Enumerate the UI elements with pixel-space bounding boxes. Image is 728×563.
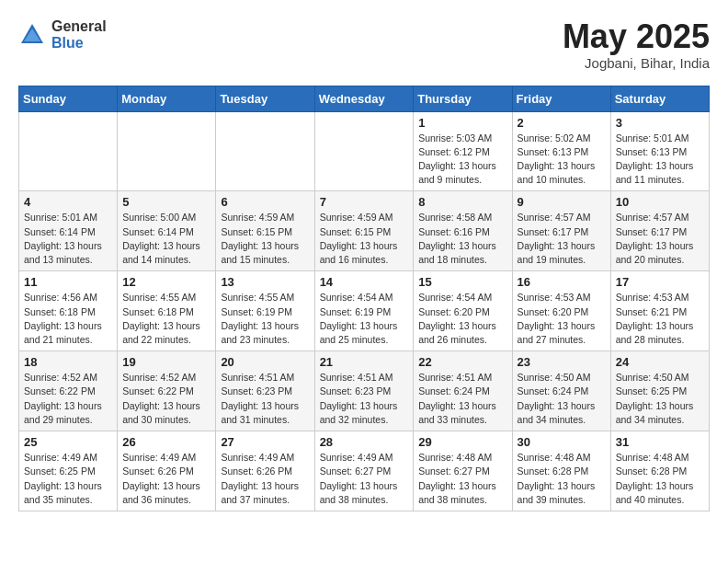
day-info: Sunrise: 4:56 AM Sunset: 6:18 PM Dayligh…: [24, 291, 112, 347]
weekday-header: Wednesday: [314, 86, 414, 111]
calendar-cell: 25Sunrise: 4:49 AM Sunset: 6:25 PM Dayli…: [19, 431, 118, 511]
calendar-cell: [118, 111, 216, 191]
day-number: 5: [122, 195, 210, 209]
day-info: Sunrise: 4:52 AM Sunset: 6:22 PM Dayligh…: [24, 371, 112, 427]
day-info: Sunrise: 5:00 AM Sunset: 6:14 PM Dayligh…: [122, 211, 210, 267]
day-number: 16: [518, 275, 606, 289]
day-info: Sunrise: 4:55 AM Sunset: 6:19 PM Dayligh…: [221, 291, 309, 347]
calendar-cell: 14Sunrise: 4:54 AM Sunset: 6:19 PM Dayli…: [314, 271, 414, 351]
calendar-table: SundayMondayTuesdayWednesdayThursdayFrid…: [18, 86, 710, 511]
day-info: Sunrise: 4:50 AM Sunset: 6:24 PM Dayligh…: [518, 371, 606, 427]
calendar-cell: 9Sunrise: 4:57 AM Sunset: 6:17 PM Daylig…: [512, 191, 610, 271]
day-number: 6: [221, 195, 309, 209]
day-number: 3: [616, 116, 704, 130]
day-info: Sunrise: 4:55 AM Sunset: 6:18 PM Dayligh…: [122, 291, 210, 347]
calendar-cell: 15Sunrise: 4:54 AM Sunset: 6:20 PM Dayli…: [414, 271, 512, 351]
calendar-week-row: 4Sunrise: 5:01 AM Sunset: 6:14 PM Daylig…: [19, 191, 710, 271]
calendar-cell: 20Sunrise: 4:51 AM Sunset: 6:23 PM Dayli…: [216, 351, 314, 431]
day-info: Sunrise: 4:52 AM Sunset: 6:22 PM Dayligh…: [122, 371, 210, 427]
calendar-week-row: 11Sunrise: 4:56 AM Sunset: 6:18 PM Dayli…: [19, 271, 710, 351]
calendar-cell: 10Sunrise: 4:57 AM Sunset: 6:17 PM Dayli…: [610, 191, 709, 271]
day-info: Sunrise: 4:53 AM Sunset: 6:20 PM Dayligh…: [518, 291, 606, 347]
calendar-cell: 31Sunrise: 4:48 AM Sunset: 6:28 PM Dayli…: [610, 431, 709, 511]
day-number: 28: [320, 435, 409, 449]
day-number: 20: [221, 355, 309, 369]
day-info: Sunrise: 4:48 AM Sunset: 6:28 PM Dayligh…: [518, 451, 606, 507]
calendar-cell: 29Sunrise: 4:48 AM Sunset: 6:27 PM Dayli…: [414, 431, 512, 511]
day-number: 25: [24, 435, 112, 449]
calendar-cell: 28Sunrise: 4:49 AM Sunset: 6:27 PM Dayli…: [314, 431, 414, 511]
day-number: 11: [24, 275, 112, 289]
calendar-cell: 24Sunrise: 4:50 AM Sunset: 6:25 PM Dayli…: [610, 351, 709, 431]
calendar-cell: 26Sunrise: 4:49 AM Sunset: 6:26 PM Dayli…: [118, 431, 216, 511]
weekday-header: Saturday: [610, 86, 709, 111]
day-info: Sunrise: 4:50 AM Sunset: 6:25 PM Dayligh…: [616, 371, 704, 427]
day-info: Sunrise: 4:51 AM Sunset: 6:23 PM Dayligh…: [320, 371, 409, 427]
day-info: Sunrise: 5:03 AM Sunset: 6:12 PM Dayligh…: [418, 132, 506, 188]
calendar-cell: [19, 111, 118, 191]
calendar-cell: 22Sunrise: 4:51 AM Sunset: 6:24 PM Dayli…: [414, 351, 512, 431]
day-info: Sunrise: 4:49 AM Sunset: 6:25 PM Dayligh…: [24, 451, 112, 507]
calendar-header: SundayMondayTuesdayWednesdayThursdayFrid…: [19, 86, 710, 111]
day-number: 23: [518, 355, 606, 369]
calendar-cell: 5Sunrise: 5:00 AM Sunset: 6:14 PM Daylig…: [118, 191, 216, 271]
day-number: 19: [122, 355, 210, 369]
day-info: Sunrise: 4:51 AM Sunset: 6:24 PM Dayligh…: [418, 371, 506, 427]
logo-text: General Blue: [51, 18, 107, 51]
day-info: Sunrise: 4:58 AM Sunset: 6:16 PM Dayligh…: [418, 211, 506, 267]
calendar-cell: 11Sunrise: 4:56 AM Sunset: 6:18 PM Dayli…: [19, 271, 118, 351]
day-number: 22: [418, 355, 506, 369]
page-header: General Blue May 2025 Jogbani, Bihar, In…: [18, 18, 710, 71]
calendar-cell: 8Sunrise: 4:58 AM Sunset: 6:16 PM Daylig…: [414, 191, 512, 271]
day-info: Sunrise: 4:48 AM Sunset: 6:27 PM Dayligh…: [418, 451, 506, 507]
day-info: Sunrise: 4:49 AM Sunset: 6:26 PM Dayligh…: [221, 451, 309, 507]
calendar-cell: 18Sunrise: 4:52 AM Sunset: 6:22 PM Dayli…: [19, 351, 118, 431]
weekday-header: Tuesday: [216, 86, 314, 111]
calendar-cell: 19Sunrise: 4:52 AM Sunset: 6:22 PM Dayli…: [118, 351, 216, 431]
day-number: 26: [122, 435, 210, 449]
weekday-header: Sunday: [19, 86, 118, 111]
day-info: Sunrise: 4:48 AM Sunset: 6:28 PM Dayligh…: [616, 451, 704, 507]
day-number: 21: [320, 355, 409, 369]
day-info: Sunrise: 4:57 AM Sunset: 6:17 PM Dayligh…: [616, 211, 704, 267]
calendar-cell: 21Sunrise: 4:51 AM Sunset: 6:23 PM Dayli…: [314, 351, 414, 431]
calendar-cell: 13Sunrise: 4:55 AM Sunset: 6:19 PM Dayli…: [216, 271, 314, 351]
day-info: Sunrise: 4:53 AM Sunset: 6:21 PM Dayligh…: [616, 291, 704, 347]
calendar-cell: [314, 111, 414, 191]
day-number: 15: [418, 275, 506, 289]
calendar-cell: 12Sunrise: 4:55 AM Sunset: 6:18 PM Dayli…: [118, 271, 216, 351]
day-number: 7: [320, 195, 409, 209]
calendar-cell: 3Sunrise: 5:01 AM Sunset: 6:13 PM Daylig…: [610, 111, 709, 191]
day-number: 24: [616, 355, 704, 369]
logo-blue: Blue: [51, 35, 107, 52]
day-number: 18: [24, 355, 112, 369]
day-info: Sunrise: 4:54 AM Sunset: 6:20 PM Dayligh…: [418, 291, 506, 347]
day-number: 14: [320, 275, 409, 289]
calendar-cell: 27Sunrise: 4:49 AM Sunset: 6:26 PM Dayli…: [216, 431, 314, 511]
calendar-cell: 17Sunrise: 4:53 AM Sunset: 6:21 PM Dayli…: [610, 271, 709, 351]
calendar-cell: 7Sunrise: 4:59 AM Sunset: 6:15 PM Daylig…: [314, 191, 414, 271]
calendar-week-row: 25Sunrise: 4:49 AM Sunset: 6:25 PM Dayli…: [19, 431, 710, 511]
logo-general: General: [51, 18, 107, 35]
day-number: 1: [418, 116, 506, 130]
location: Jogbani, Bihar, India: [563, 55, 710, 71]
day-info: Sunrise: 4:51 AM Sunset: 6:23 PM Dayligh…: [221, 371, 309, 427]
weekday-header-row: SundayMondayTuesdayWednesdayThursdayFrid…: [19, 86, 710, 111]
calendar-cell: 16Sunrise: 4:53 AM Sunset: 6:20 PM Dayli…: [512, 271, 610, 351]
weekday-header: Thursday: [414, 86, 512, 111]
day-number: 9: [518, 195, 606, 209]
day-info: Sunrise: 4:59 AM Sunset: 6:15 PM Dayligh…: [320, 211, 409, 267]
weekday-header: Friday: [512, 86, 610, 111]
day-number: 17: [616, 275, 704, 289]
day-number: 8: [418, 195, 506, 209]
day-info: Sunrise: 4:54 AM Sunset: 6:19 PM Dayligh…: [320, 291, 409, 347]
calendar-cell: 6Sunrise: 4:59 AM Sunset: 6:15 PM Daylig…: [216, 191, 314, 271]
calendar-cell: 1Sunrise: 5:03 AM Sunset: 6:12 PM Daylig…: [414, 111, 512, 191]
day-number: 2: [518, 116, 606, 130]
calendar-week-row: 1Sunrise: 5:03 AM Sunset: 6:12 PM Daylig…: [19, 111, 710, 191]
calendar-body: 1Sunrise: 5:03 AM Sunset: 6:12 PM Daylig…: [19, 111, 710, 511]
day-info: Sunrise: 5:01 AM Sunset: 6:14 PM Dayligh…: [24, 211, 112, 267]
day-number: 31: [616, 435, 704, 449]
day-info: Sunrise: 5:01 AM Sunset: 6:13 PM Dayligh…: [616, 132, 704, 188]
day-info: Sunrise: 4:57 AM Sunset: 6:17 PM Dayligh…: [518, 211, 606, 267]
